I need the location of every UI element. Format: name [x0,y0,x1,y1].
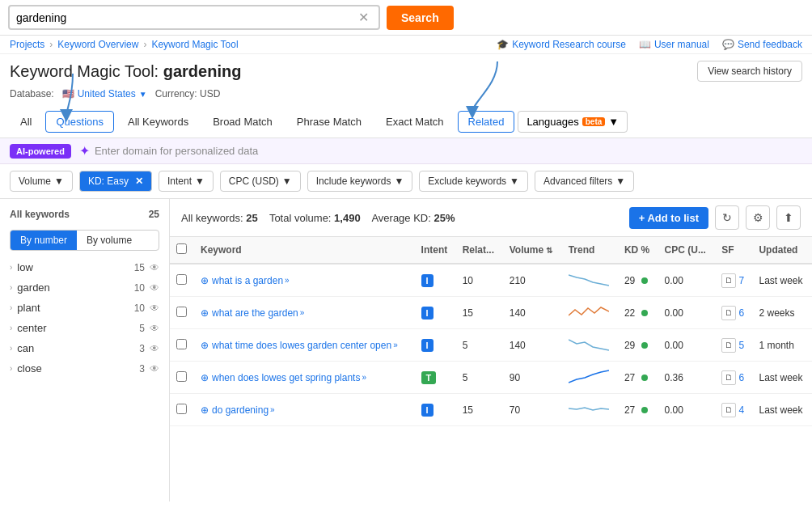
breadcrumb-keyword-magic-tool[interactable]: Keyword Magic Tool [151,39,238,50]
sidebar-item-garden[interactable]: › garden 10 👁 [0,277,169,298]
volume-col-label: Volume [510,244,543,256]
tab-all[interactable]: All [10,111,42,133]
keyword-link[interactable]: what are the garden » [212,307,304,319]
database-country-link[interactable]: 🇺🇸 United States ▼ [62,88,147,99]
sf-link[interactable]: 4 [739,404,745,415]
chevron-right-icon: › [10,324,12,332]
row-keyword-cell: ⊕ when does lowes get spring plants » [194,362,415,394]
chevron-right-icon: › [10,344,12,353]
filter-kd-easy[interactable]: KD: Easy ✕ [79,171,152,192]
add-keyword-icon[interactable]: ⊕ [201,340,209,351]
sf-link[interactable]: 6 [739,371,745,383]
add-to-list-button[interactable]: + Add to list [629,207,708,229]
row-related-cell: 10 [456,264,503,297]
filter-volume[interactable]: Volume ▼ [10,171,73,192]
row-keyword-cell: ⊕ what time does lowes garden center ope… [194,329,415,362]
send-feedback-link[interactable]: 💬 Send feedback [722,39,802,50]
refresh-button[interactable]: ↻ [715,205,739,230]
row-checkbox[interactable] [176,371,187,382]
sidebar-count: 10 [134,303,145,314]
exclude-keywords-label: Exclude keywords [428,176,506,187]
eye-icon[interactable]: 👁 [150,323,159,334]
filter-include-keywords[interactable]: Include keywords ▼ [307,171,413,192]
keyword-arrows: » [300,308,305,317]
tab-exact-match[interactable]: Exact Match [375,111,455,133]
eye-icon[interactable]: 👁 [150,282,159,294]
row-updated-cell: 2 weeks [752,297,812,329]
row-keyword-cell: ⊕ what are the garden » [194,297,415,329]
row-checkbox[interactable] [176,307,187,317]
breadcrumb-projects[interactable]: Projects [10,39,44,50]
sidebar-item-close[interactable]: › close 3 👁 [0,358,169,379]
select-all-checkbox[interactable] [176,243,187,254]
filter-exclude-keywords[interactable]: Exclude keywords ▼ [419,171,528,192]
advanced-filters-label: Advanced filters [543,176,612,187]
tab-all-keywords[interactable]: All Keywords [117,111,199,133]
row-checkbox[interactable] [176,339,187,349]
breadcrumb-sep2: › [143,39,146,50]
search-button[interactable]: Search [387,6,454,30]
by-number-button[interactable]: By number [11,231,77,250]
keyword-arrows: » [393,341,398,349]
ai-domain-input[interactable]: ✦ Enter domain for personalized data [79,143,258,159]
filter-advanced[interactable]: Advanced filters ▼ [535,171,634,192]
sf-link[interactable]: 5 [739,339,745,350]
add-keyword-icon[interactable]: ⊕ [201,372,209,383]
sidebar-item-plant[interactable]: › plant 10 👁 [0,298,169,318]
row-checkbox[interactable] [176,274,187,285]
keyword-link[interactable]: what time does lowes garden center open … [212,340,398,351]
sidebar-item-can[interactable]: › can 3 👁 [0,338,169,358]
by-volume-button[interactable]: By volume [77,231,142,250]
languages-button[interactable]: Languages beta ▼ [518,111,628,133]
sidebar-header: All keywords 25 [0,205,169,223]
keyword-link[interactable]: what is a garden » [212,275,290,286]
filter-cpc[interactable]: CPC (USD) ▼ [220,171,301,192]
eye-icon[interactable]: 👁 [150,343,159,354]
clear-icon[interactable]: ✕ [358,10,369,25]
add-keyword-icon[interactable]: ⊕ [201,404,209,416]
avg-kd-label: Average KD: [371,212,430,224]
filter-intent[interactable]: Intent ▼ [159,171,214,192]
row-kd-cell: 29 [618,329,658,362]
sidebar: All keywords 25 By number By volume › lo… [0,199,170,501]
sidebar-label: center [17,322,46,334]
row-trend-cell [562,329,618,362]
trend-sparkline [569,336,609,352]
row-checkbox-cell [170,329,194,362]
col-volume: Volume ⇅ [503,237,562,264]
row-checkbox[interactable] [176,404,187,414]
add-keyword-icon[interactable]: ⊕ [201,307,209,319]
sidebar-item-low[interactable]: › low 15 👁 [0,257,169,277]
user-manual-link[interactable]: 📖 User manual [639,39,709,50]
tab-questions[interactable]: Questions [45,111,114,133]
eye-icon[interactable]: 👁 [150,262,159,273]
table-row: ⊕ do gardening » I 15 70 [170,394,812,426]
search-input-wrap[interactable]: ✕ [8,5,380,30]
keyword-research-course-link[interactable]: 🎓 Keyword Research course [497,39,626,50]
row-related-cell: 15 [456,394,503,426]
view-history-button[interactable]: View search history [697,61,802,82]
tab-phrase-match[interactable]: Phrase Match [286,111,372,133]
remove-kd-filter-icon[interactable]: ✕ [135,176,143,187]
tab-related[interactable]: Related [458,111,515,133]
eye-icon[interactable]: 👁 [150,303,159,314]
sf-link[interactable]: 6 [739,307,745,318]
ai-placeholder: Enter domain for personalized data [95,145,258,157]
kd-green-dot [641,375,648,381]
export-button[interactable]: ⬆ [776,205,801,230]
row-volume-cell: 70 [503,394,562,426]
sidebar-item-center[interactable]: › center 5 👁 [0,318,169,338]
sidebar-all-keywords-label: All keywords [10,209,70,220]
tab-broad-match[interactable]: Broad Match [202,111,283,133]
eye-icon[interactable]: 👁 [150,363,159,375]
sf-link[interactable]: 7 [739,274,745,286]
settings-button[interactable]: ⚙ [746,205,770,230]
kd-green-dot [641,407,648,413]
keyword-link[interactable]: when does lowes get spring plants » [212,372,366,383]
languages-label: Languages [527,116,578,128]
search-input[interactable] [16,11,358,24]
breadcrumb-keyword-overview[interactable]: Keyword Overview [57,39,138,50]
cpc-label: CPC (USD) [229,176,279,187]
keyword-link[interactable]: do gardening » [212,404,275,416]
add-keyword-icon[interactable]: ⊕ [201,275,209,286]
